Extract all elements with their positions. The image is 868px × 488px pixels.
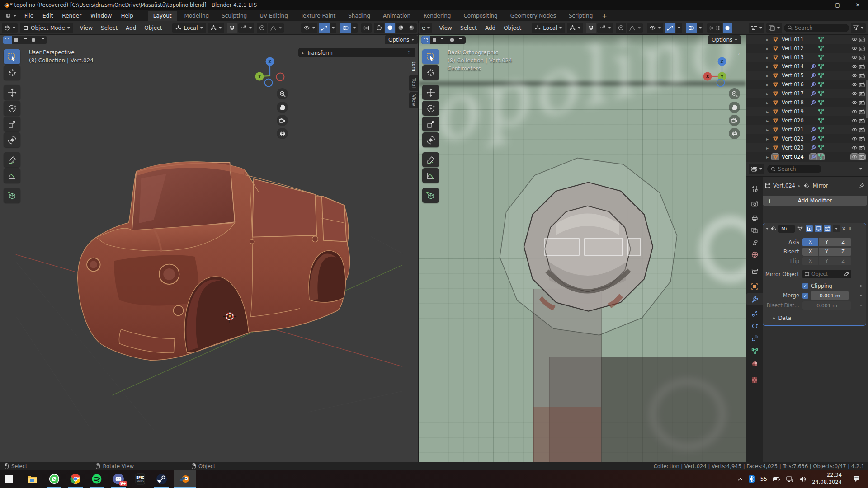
animate-dot[interactable] — [860, 305, 862, 306]
select-box-button[interactable] — [12, 36, 21, 44]
whatsapp-icon[interactable] — [45, 470, 63, 488]
disable-in-render-camera-icon[interactable] — [858, 145, 865, 151]
mesh-object-icon[interactable] — [772, 90, 779, 97]
viewport-menu-item[interactable]: Add — [122, 25, 140, 31]
tool-annotate[interactable] — [4, 152, 20, 167]
tool-scale[interactable] — [422, 117, 439, 131]
outliner-filter-dropdown[interactable] — [851, 23, 866, 33]
expand-arrow-icon[interactable]: ▸ — [766, 118, 772, 123]
data-section-label[interactable]: Data — [778, 315, 792, 321]
mode-dropdown-clipped[interactable]: e — [420, 23, 432, 33]
data-section-arrow[interactable]: ▸ — [773, 316, 775, 320]
expand-arrow-icon[interactable]: ▸ — [766, 109, 772, 114]
modifier-wrench-icon[interactable] — [810, 136, 817, 142]
expand-arrow-icon[interactable]: ▸ — [766, 64, 772, 69]
modifier-delete-button[interactable]: ✕ — [842, 226, 846, 232]
expand-arrow-icon[interactable]: ▸ — [766, 37, 772, 42]
select-circle-button[interactable] — [439, 36, 448, 44]
viewport-3d-left[interactable]: User Perspective (8) Collection | Vert.0… — [0, 35, 418, 462]
overlays-dropdown[interactable] — [351, 23, 358, 33]
breadcrumb-modifier[interactable]: Mirror — [812, 183, 828, 189]
pin-icon[interactable] — [859, 183, 864, 188]
tool-select-box[interactable] — [422, 49, 439, 64]
maximize-button[interactable]: ▢ — [827, 2, 848, 8]
hide-in-viewport-eye-icon[interactable] — [851, 63, 858, 70]
workspace-tab[interactable]: Layout — [148, 11, 177, 21]
properties-options-dropdown[interactable] — [859, 168, 862, 170]
outliner-row[interactable]: ▸ Vert.015 — [746, 71, 868, 80]
tab-modifiers[interactable] — [746, 293, 763, 305]
mesh-object-icon[interactable] — [772, 45, 779, 52]
action-center-icon[interactable] — [853, 476, 860, 482]
mirror-object-field[interactable]: Object — [802, 270, 851, 278]
pan-hand-button[interactable] — [277, 102, 288, 113]
viewport-3d-right[interactable]: topolino — [419, 35, 746, 462]
gizmo-z-axis-neg[interactable] — [264, 78, 273, 87]
tool-move[interactable] — [4, 85, 20, 100]
disable-in-render-camera-icon[interactable] — [858, 63, 865, 70]
drag-handle-icon[interactable]: ⠿ — [408, 51, 411, 55]
tab-object-data[interactable] — [746, 345, 763, 357]
modifier-wrench-icon[interactable] — [810, 127, 817, 133]
tab-particles[interactable] — [746, 308, 763, 319]
workspace-tab[interactable]: Scripting — [563, 11, 598, 21]
menu-item[interactable]: Window — [86, 13, 116, 19]
outliner-filter-id-dropdown[interactable] — [766, 23, 782, 33]
file-explorer-icon[interactable] — [23, 470, 41, 488]
tool-transform[interactable] — [422, 132, 439, 147]
mesh-object-icon[interactable] — [772, 127, 779, 133]
outliner-row[interactable]: ▸ Vert.021 — [746, 125, 868, 134]
eyedropper-icon[interactable] — [844, 272, 849, 277]
tool-cursor[interactable] — [4, 65, 20, 80]
camera-view-button[interactable] — [729, 115, 740, 126]
shading-rendered-button[interactable] — [406, 23, 417, 33]
camera-view-button[interactable] — [277, 115, 288, 126]
add-modifier-button[interactable]: + Add Modifier — [763, 196, 867, 206]
mesh-object-icon[interactable] — [772, 72, 779, 79]
merge-checkbox[interactable]: ✓ — [802, 293, 808, 299]
flip-z-button[interactable]: Z — [835, 257, 851, 265]
mesh-data-icon[interactable] — [817, 90, 824, 97]
discord-icon[interactable]: 9+ — [109, 470, 127, 488]
tool-add-cube[interactable] — [4, 188, 20, 203]
select-box-button[interactable] — [430, 36, 439, 44]
outliner-row[interactable]: ▸ Vert.018 — [746, 98, 868, 107]
breadcrumb-object[interactable]: Vert.024 — [773, 183, 795, 189]
chrome-icon[interactable] — [66, 470, 85, 488]
hide-in-viewport-eye-icon[interactable] — [851, 127, 858, 133]
flip-x-button[interactable]: X — [802, 257, 819, 265]
shading-solid-button[interactable] — [723, 23, 732, 33]
tool-cursor[interactable] — [422, 65, 439, 80]
expand-arrow-icon[interactable]: ▸ — [766, 155, 772, 160]
tab-world[interactable] — [746, 249, 763, 260]
tool-measure[interactable] — [422, 168, 439, 183]
mesh-object-icon[interactable] — [772, 54, 779, 61]
viewport-menu-item[interactable]: Select — [456, 25, 481, 31]
mesh-object-icon[interactable] — [772, 145, 779, 151]
tray-expand-chevron[interactable] — [738, 478, 743, 481]
show-gizmos-toggle[interactable] — [319, 23, 330, 33]
disable-in-render-camera-icon[interactable] — [858, 36, 865, 42]
hide-in-viewport-eye-icon[interactable] — [851, 108, 858, 115]
modifier-wrench-icon[interactable] — [810, 145, 817, 151]
mesh-data-icon[interactable] — [817, 136, 824, 142]
hide-in-viewport-eye-icon[interactable] — [851, 90, 858, 97]
tab-output[interactable] — [746, 212, 763, 224]
outliner-row[interactable]: ▸ Vert.013 — [746, 53, 868, 62]
outliner-display-mode-dropdown[interactable] — [749, 23, 764, 33]
outliner-row[interactable]: ▸ Vert.019 — [746, 107, 868, 116]
volume-icon[interactable] — [799, 476, 806, 482]
disable-in-render-camera-icon[interactable] — [858, 154, 865, 160]
panel-collapse-arrow[interactable] — [766, 228, 769, 230]
car-model[interactable] — [78, 162, 350, 360]
mode-dropdown[interactable]: Object Mode — [20, 23, 73, 33]
modifier-wrench-icon[interactable] — [810, 81, 817, 88]
minimize-button[interactable]: — — [807, 2, 827, 8]
viewport-menu-item[interactable]: Add — [481, 25, 500, 31]
outliner-row[interactable]: ▸ Vert.016 — [746, 80, 868, 89]
expand-arrow-icon[interactable]: ▸ — [766, 91, 772, 96]
proportional-editing-toggle[interactable] — [257, 23, 267, 33]
shading-solid-button[interactable] — [385, 23, 395, 33]
hide-in-viewport-eye-icon[interactable] — [851, 145, 858, 151]
sidebar-tab[interactable]: View — [409, 92, 418, 108]
